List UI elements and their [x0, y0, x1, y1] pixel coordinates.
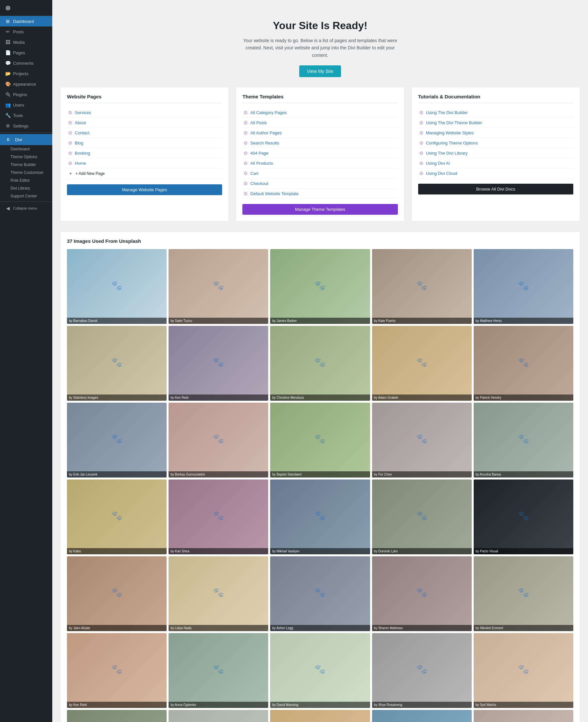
sidebar-divi-submenu: Dashboard Theme Options Theme Builder Th…: [0, 145, 52, 200]
sidebar-sub-theme-options[interactable]: Theme Options: [10, 153, 52, 161]
divi-icon: ⊙: [419, 120, 423, 125]
tutorial-link-theme-options[interactable]: ⊙ Configuring Theme Options: [418, 138, 573, 148]
page-link-blog[interactable]: ⊙ Blog: [67, 138, 222, 148]
tutorial-link-theme-builder[interactable]: ⊙ Using The Divi Theme Builder: [418, 118, 573, 128]
image-item-27: by Anna Ogiienko: [169, 633, 268, 708]
hero-title: Your Site Is Ready!: [67, 20, 574, 32]
image-caption: by Lidya Nada: [169, 625, 268, 631]
template-link-checkout[interactable]: ⊙ Checkout: [243, 179, 398, 189]
sidebar-item-media[interactable]: 🖼 Media: [0, 37, 52, 47]
template-link-404[interactable]: ⊙ 404 Page: [243, 148, 398, 158]
divi-icon: ⊙: [419, 110, 423, 115]
divi-icon: ⊙: [419, 130, 423, 135]
page-link-contact[interactable]: ⊙ Contact: [67, 128, 222, 138]
projects-icon: 📂: [5, 71, 10, 76]
sidebar-item-comments[interactable]: 💬 Comments: [0, 58, 52, 68]
image-item-33: by Alvan Nee: [270, 710, 370, 722]
template-link-all-products[interactable]: ⊙ All Products: [243, 158, 398, 168]
tutorial-link-divi-library[interactable]: ⊙ Using The Divi Library: [418, 148, 573, 158]
sidebar-item-label: Appearance: [13, 82, 36, 87]
sidebar-item-label: Media: [13, 40, 24, 45]
dashboard-icon: ⊞: [5, 19, 10, 24]
tutorials-card: Tutorials & Documentation ⊙ Using The Di…: [411, 87, 580, 222]
image-item-8: by Christine Mendoza: [270, 326, 370, 401]
image-item-16: by Kabo: [67, 479, 167, 554]
sidebar-sub-dashboard[interactable]: Dashboard: [10, 145, 52, 153]
image-caption: by Kari Shea: [169, 548, 268, 554]
sidebar-item-label: Pages: [13, 50, 25, 55]
sidebar-sub-theme-customizer[interactable]: Theme Customizer: [10, 169, 52, 177]
sidebar-item-label: Tools: [13, 113, 23, 118]
manage-website-pages-button[interactable]: Manage Website Pages: [67, 184, 222, 195]
sidebar-item-pages[interactable]: 📄 Pages: [0, 47, 52, 58]
image-item-29: by Shye Rosaineng: [372, 633, 472, 708]
divi-icon: ⊙: [244, 171, 248, 176]
appearance-icon: 🎨: [5, 81, 10, 87]
divi-icon: ⊙: [244, 120, 248, 125]
template-link-default[interactable]: ⊙ Default Website Template: [243, 189, 398, 199]
cards-row: Website Pages ⊙ Services ⊙ About ⊙ Conta…: [60, 87, 580, 222]
sidebar-item-appearance[interactable]: 🎨 Appearance: [0, 79, 52, 89]
media-icon: 🖼: [5, 40, 10, 45]
image-item-21: by Jairo Alzate: [67, 556, 167, 631]
collapse-label: Collapse menu: [13, 206, 37, 210]
sidebar-item-users[interactable]: 👥 Users: [0, 100, 52, 110]
image-item-10: by Patrick Hendry: [474, 326, 573, 401]
main-content: Your Site Is Ready! Your website is read…: [52, 0, 588, 722]
page-link-home[interactable]: ⊙ Home: [67, 158, 222, 168]
tutorial-link-divi-cloud[interactable]: ⊙ Using Divi Cloud: [418, 168, 573, 179]
sidebar-item-tools[interactable]: 🔧 Tools: [0, 110, 52, 121]
view-site-button[interactable]: View My Site: [299, 65, 341, 77]
image-item-6: by Stainless Images: [67, 326, 167, 401]
divi-icon: ⊙: [419, 150, 423, 156]
sidebar-item-dashboard[interactable]: ⊞ Dashboard: [0, 16, 52, 26]
sidebar-item-posts[interactable]: ✏ Posts: [0, 26, 52, 37]
sidebar-sub-theme-builder[interactable]: Theme Builder: [10, 161, 52, 169]
image-item-20: by Pacto Visual: [474, 479, 573, 554]
template-link-all-category[interactable]: ⊙ All Category Pages: [243, 107, 398, 118]
sidebar-item-projects[interactable]: 📂 Projects: [0, 68, 52, 79]
tutorial-link-divi-builder[interactable]: ⊙ Using The Divi Builder: [418, 107, 573, 118]
page-link-about[interactable]: ⊙ About: [67, 118, 222, 128]
divi-icon: ⊙: [68, 140, 72, 145]
sidebar-item-plugins[interactable]: 🔌 Plugins: [0, 89, 52, 100]
settings-icon: ⚙: [5, 123, 10, 128]
image-item-4: by Kate Puerto: [372, 249, 472, 324]
image-item-19: by Dominik Lyko: [372, 479, 472, 554]
sidebar-sub-role-editor[interactable]: Role Editor: [10, 177, 52, 184]
wp-logo-icon: ⊛: [5, 4, 11, 12]
template-link-search[interactable]: ⊙ Search Results: [243, 138, 398, 148]
sidebar-collapse-menu[interactable]: ◀ Collapse menu: [0, 203, 52, 213]
sidebar-sub-divi-library[interactable]: Divi Library: [10, 184, 52, 192]
image-caption: by Matthew Henry: [474, 318, 573, 324]
sidebar-divider-2: [0, 201, 52, 202]
add-new-page-link[interactable]: ＋ + Add New Page: [67, 168, 222, 179]
template-link-all-posts[interactable]: ⊙ All Posts: [243, 118, 398, 128]
image-caption: by Kate Puerto: [372, 318, 472, 324]
sidebar-item-settings[interactable]: ⚙ Settings: [0, 121, 52, 131]
manage-theme-templates-button[interactable]: Manage Theme Templates: [243, 204, 398, 215]
image-item-15: by Anusha Barwa: [474, 403, 573, 477]
website-pages-title: Website Pages: [67, 94, 222, 103]
sidebar-sub-label: Theme Customizer: [10, 170, 43, 175]
template-link-all-author[interactable]: ⊙ All Author Pages: [243, 128, 398, 138]
images-grid: by Barnabas Davotiby Sabri Tuzcuby James…: [67, 249, 573, 722]
sidebar-divi-label: Divi: [15, 137, 22, 142]
images-section-title: 37 Images Used From Unsplash: [67, 238, 573, 244]
image-caption: by Stainless Images: [67, 394, 167, 401]
sidebar-sub-support-center[interactable]: Support Center: [10, 192, 52, 200]
divi-icon: ⊙: [244, 130, 248, 135]
image-item-28: by David Manning: [270, 633, 370, 708]
sidebar: ⊛ ⊞ Dashboard ✏ Posts 🖼 Media 📄 Pages 💬 …: [0, 0, 52, 722]
sidebar-logo: ⊛: [0, 0, 52, 16]
page-link-services[interactable]: ⊙ Services: [67, 107, 222, 118]
template-link-cart[interactable]: ⊙ Cart: [243, 168, 398, 179]
sidebar-item-divi[interactable]: D Divi: [0, 134, 52, 145]
image-item-17: by Kari Shea: [169, 479, 268, 554]
tutorial-link-website-styles[interactable]: ⊙ Managing Website Styles: [418, 128, 573, 138]
browse-divi-docs-button[interactable]: Browse All Divi Docs: [418, 184, 573, 194]
image-item-11: by Erik-Jan Leusink: [67, 403, 167, 477]
tutorial-link-divi-ai[interactable]: ⊙ Using Divi AI: [418, 158, 573, 168]
page-link-booking[interactable]: ⊙ Booking: [67, 148, 222, 158]
image-caption: by Jairo Alzate: [67, 625, 167, 631]
